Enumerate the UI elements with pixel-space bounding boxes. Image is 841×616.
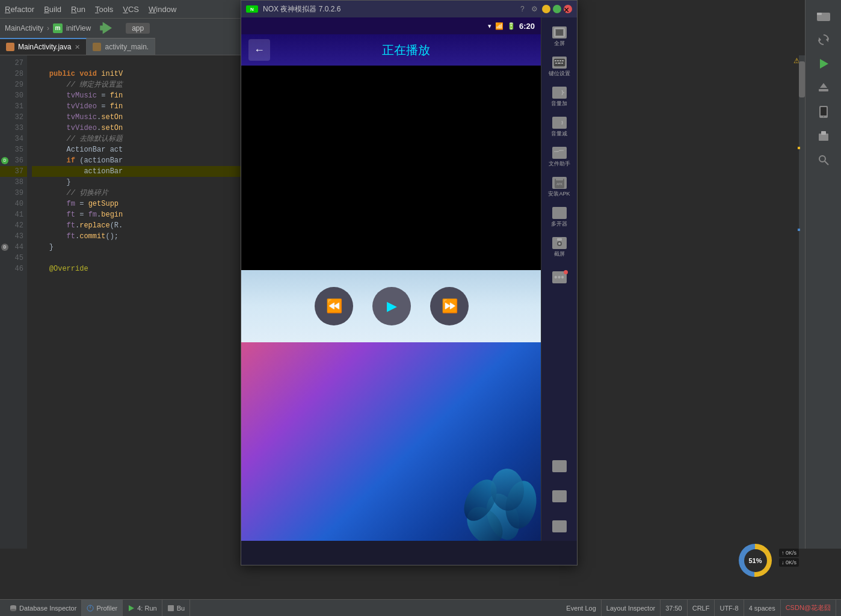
profiler-label: Profiler [96, 605, 117, 612]
side-tool-back[interactable] [544, 452, 575, 481]
ide-icon-run[interactable] [810, 53, 837, 75]
ide-icon-package[interactable] [810, 125, 837, 147]
wifi-icon: ▾ [488, 22, 491, 30]
status-run[interactable]: 4: Run [123, 600, 162, 616]
side-tool-more[interactable]: ••• [544, 263, 575, 292]
method-icon: m [53, 23, 63, 33]
status-database-inspector[interactable]: Database Inspector [5, 600, 82, 616]
menu-window[interactable]: Window [149, 5, 176, 14]
signal-icon: 📶 [495, 22, 504, 30]
files-label: 文件助手 [549, 160, 570, 168]
gutter-mark-warning-1 [798, 147, 800, 149]
files-icon [552, 147, 567, 159]
status-profiler[interactable]: Profiler [82, 600, 123, 616]
side-tool-multi[interactable]: 多开器 [544, 203, 575, 232]
ide-icon-sync[interactable] [810, 29, 837, 51]
next-icon: ⏩ [442, 298, 458, 314]
next-button[interactable]: ⏩ [430, 287, 469, 325]
status-event-log[interactable]: Event Log [561, 600, 602, 616]
svg-rect-17 [555, 60, 556, 61]
breadcrumb-activity[interactable]: MainActivity [5, 24, 43, 32]
side-tool-keyboard[interactable]: 键位设置 [544, 52, 575, 81]
svg-rect-48 [168, 605, 174, 611]
volume-down-icon [552, 117, 567, 129]
status-crlf[interactable]: CRLF [688, 600, 715, 616]
svg-rect-15 [556, 29, 563, 35]
line-36: 36 D [0, 155, 27, 166]
svg-rect-19 [559, 60, 561, 61]
svg-marker-4 [820, 59, 828, 69]
line-35: 35 [0, 144, 27, 155]
gutter-mark-info [798, 229, 800, 231]
emulator-window: N NOX 夜神模拟器 7.0.2.6 ? ⚙ × ▾ 📶 🔋 6:20 ← 正… [241, 0, 578, 565]
emulator-logo: N [246, 5, 258, 13]
ide-icon-search[interactable] [810, 149, 837, 171]
emulator-close-btn[interactable]: × [564, 5, 572, 13]
ide-icon-deploy[interactable] [810, 77, 837, 99]
status-charset[interactable]: UTF-8 [715, 600, 744, 616]
prev-button[interactable]: ⏪ [315, 287, 353, 325]
xml-file-icon [93, 43, 101, 51]
line-34: 34 [0, 134, 27, 144]
breadcrumb-method[interactable]: initView [66, 24, 91, 32]
svg-rect-34 [560, 214, 565, 218]
svg-rect-1 [817, 13, 822, 15]
play-icon: ▶ [387, 298, 397, 314]
emulator-minimize-btn[interactable] [542, 5, 550, 13]
indent-label: 4 spaces [749, 605, 775, 612]
breadcrumb-separator: › [47, 24, 49, 32]
menu-vcs[interactable]: VCS [123, 5, 139, 14]
ide-scrollbar[interactable] [799, 55, 805, 549]
status-indent[interactable]: 4 spaces [744, 600, 781, 616]
menu-tools[interactable]: Tools [95, 5, 113, 14]
screenshot-label: 截屏 [554, 250, 565, 258]
menu-run[interactable]: Run [71, 5, 85, 14]
svg-marker-24 [555, 88, 561, 97]
svg-point-37 [558, 242, 561, 245]
play-button[interactable]: ▶ [372, 287, 411, 325]
java-file-icon [6, 43, 14, 51]
side-tool-apk[interactable]: APK 安装APK [544, 173, 575, 202]
emulator-side-toolbar: 全屏 键位设置 音量加 音量减 文件助手 [541, 17, 577, 541]
csdn-label: CSDN@花老囧 [786, 603, 831, 612]
tab-activity-xml[interactable]: activity_main. [87, 38, 155, 55]
side-tool-files[interactable]: 文件助手 [544, 143, 575, 171]
line-45: 45 [0, 253, 27, 263]
emulator-help-btn[interactable]: ? [520, 5, 529, 13]
emulator-maximize-btn[interactable] [553, 5, 561, 13]
volume-up-icon [552, 87, 567, 99]
tab-label-java: MainActivity.java [18, 43, 71, 51]
crlf-label: CRLF [692, 605, 710, 612]
side-tool-vol-up[interactable]: 音量加 [544, 82, 575, 111]
side-tool-screenshot[interactable]: 截屏 [544, 233, 575, 262]
tab-close-java[interactable]: ✕ [75, 43, 80, 51]
ide-icon-phone[interactable] [810, 101, 837, 123]
status-layout-inspector[interactable]: Layout Inspector [602, 600, 661, 616]
line-44: 44 D [0, 242, 27, 253]
line-40: 40 [0, 199, 27, 209]
line-39: 39 [0, 188, 27, 199]
emulator-settings-btn[interactable]: ⚙ [531, 5, 540, 13]
svg-rect-18 [557, 60, 559, 61]
menu-refactor[interactable]: Refactor [5, 5, 34, 14]
app-selector[interactable]: app [126, 23, 150, 34]
side-tool-fullscreen[interactable]: 全屏 [544, 22, 575, 51]
menu-build[interactable]: Build [44, 5, 61, 14]
ide-scrollbar-thumb[interactable] [799, 61, 805, 97]
apk-icon: APK [552, 177, 567, 189]
side-tool-home[interactable] [544, 482, 575, 511]
keyboard-label: 键位设置 [549, 70, 570, 78]
download-speed: ↓ 0K/s [779, 558, 799, 567]
database-inspector-label: Database Inspector [19, 605, 76, 612]
status-build[interactable]: Bu [162, 600, 190, 616]
nav-forward-icon[interactable] [99, 22, 112, 35]
side-tool-vol-down[interactable]: 音量减 [544, 112, 575, 141]
phone-time: 6:20 [519, 22, 535, 31]
app-toolbar: ← 正在播放 [241, 34, 542, 66]
line-29: 29 [0, 79, 27, 90]
ide-icon-folder[interactable] [810, 5, 837, 26]
back-button[interactable]: ← [248, 39, 270, 61]
status-line-col: 37:50 [661, 600, 688, 616]
side-tool-recents[interactable] [544, 512, 575, 541]
tab-main-activity[interactable]: MainActivity.java ✕ [0, 38, 87, 55]
